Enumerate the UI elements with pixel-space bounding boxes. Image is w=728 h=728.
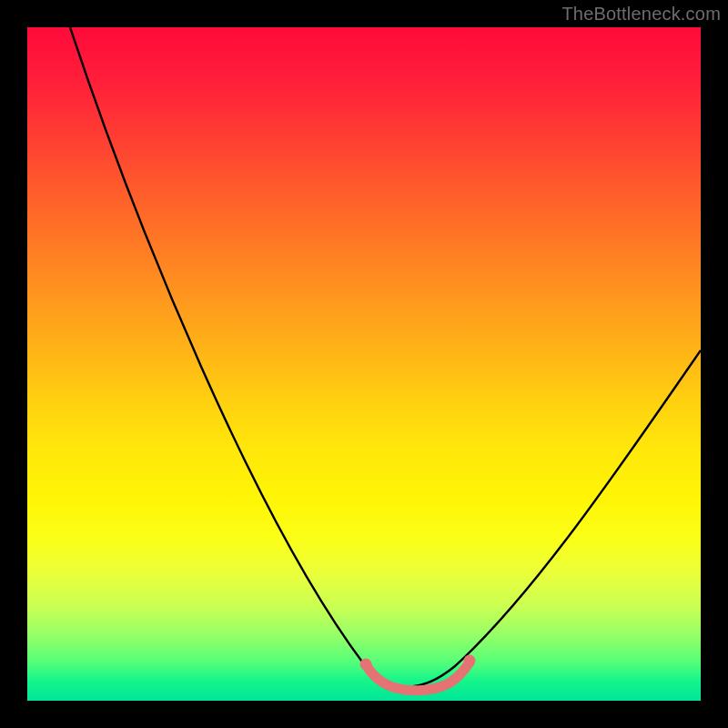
plot-area xyxy=(27,27,701,701)
range-end-dot-icon xyxy=(464,655,476,667)
chart-frame: TheBottleneck.com xyxy=(0,0,728,728)
bottleneck-curve-line xyxy=(70,27,701,687)
watermark-text: TheBottleneck.com xyxy=(561,4,721,25)
range-start-dot-icon xyxy=(360,659,372,671)
curve-svg xyxy=(27,27,701,701)
